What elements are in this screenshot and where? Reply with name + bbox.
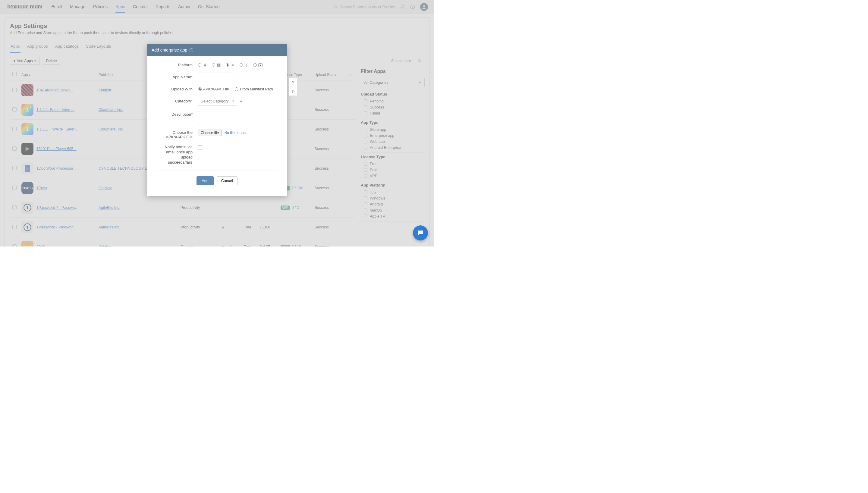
description-label: Description* [156,111,198,116]
macos-icon [244,63,248,67]
modal-add-button[interactable]: Add [196,176,213,185]
upload-with-manifest[interactable]: From Manifest Path [235,87,273,91]
svg-rect-26 [232,64,234,66]
svg-marker-21 [292,90,295,92]
platform-macos[interactable] [240,63,248,67]
choose-file-label: Choose the APK/XAPK File [156,130,198,139]
upload-with-label: Upload With [156,87,198,91]
platform-android[interactable] [226,63,235,67]
svg-rect-24 [217,65,219,67]
upload-with-apk[interactable]: APK/XAPK File [198,87,229,91]
chevron-down-icon: ▼ [232,100,235,103]
add-enterprise-app-modal: Add enterprise app ? ? Platform App Name… [147,44,287,196]
apple-icon [203,63,207,67]
category-select[interactable]: Select Category ▼ [198,97,237,105]
svg-rect-22 [217,63,219,65]
chat-icon [417,229,424,237]
choose-file-button[interactable]: Choose file [198,130,221,136]
svg-rect-25 [219,65,221,67]
platform-windows[interactable] [212,63,221,67]
no-file-text: No file chosen [224,131,247,135]
side-help-icon[interactable]: ? [289,78,298,87]
modal-close-icon[interactable] [279,48,282,52]
windows-icon [217,63,221,67]
notify-label: Notify admin via email once app upload s… [156,145,198,165]
notify-checkbox[interactable] [198,145,202,149]
svg-rect-31 [245,64,248,65]
chat-fab[interactable] [413,226,428,240]
app-name-label: App Name* [156,75,198,79]
app-name-input[interactable] [198,72,237,81]
platform-appletv[interactable] [254,63,262,67]
side-play-icon[interactable] [289,87,298,96]
svg-rect-23 [219,63,221,65]
modal-title: Add enterprise app [152,48,187,52]
add-category-icon[interactable]: + [240,99,242,104]
description-input[interactable] [198,111,237,124]
platform-label: Platform [156,63,198,67]
modal-help-icon[interactable]: ? [189,48,193,52]
svg-rect-32 [246,64,247,65]
android-icon [231,63,235,67]
category-label: Category* [156,99,198,103]
platform-apple[interactable] [198,63,207,67]
appletv-icon [258,63,262,67]
modal-cancel-button[interactable]: Cancel [217,176,238,185]
